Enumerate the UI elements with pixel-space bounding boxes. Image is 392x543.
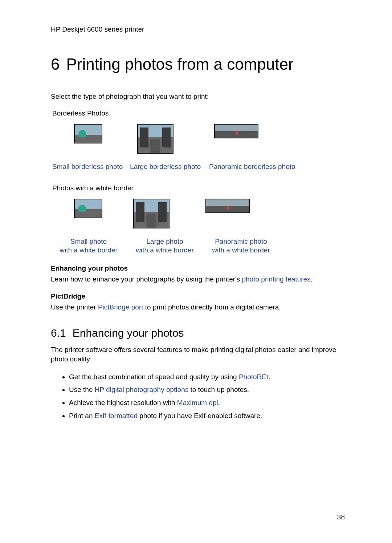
bullet-item: Print an Exif-formatted photo if you hav… [69,411,345,421]
borderless-label: Borderless Photos [52,109,345,117]
thumb-cell [201,199,275,213]
text: Achieve the highest resolution with [69,399,177,406]
feature-bullet-list: Get the best combination of speed and qu… [51,372,345,421]
text: Learn how to enhance your photographs by… [51,275,242,283]
text: . [268,373,270,381]
pictbridge-subheading: PictBridge [51,292,345,300]
thumb-large-whiteborder [133,199,170,228]
bullet-item: Use the HP digital photography options t… [69,385,345,394]
bullet-item: Achieve the highest resolution with Maxi… [69,398,345,408]
running-header: HP Deskjet 6600 series printer [51,25,345,33]
thumb-panoramic-whiteborder [205,199,250,213]
text: photo if you have Exif-enabled software. [138,412,262,420]
thumb-small-whiteborder [74,199,102,218]
pictbridge-paragraph: Use the printer PictBridge port to print… [51,303,345,312]
chapter-title-text: Printing photos from a computer [66,55,293,73]
link-panoramic-whiteborder[interactable]: Panoramic photo with a white border [205,237,277,255]
caption-line2: with a white border [212,246,270,254]
whiteborder-label: Photos with a white border [52,184,345,192]
thumb-cell [52,124,131,143]
thumb-large-borderless [137,124,173,154]
link-photo-printing-features[interactable]: photo printing features [242,275,310,283]
text: Print an [69,412,95,420]
text: Use the [69,386,95,393]
whiteborder-thumb-row [52,199,345,234]
section-6-1-title: 6.1Enhancing your photos [51,327,345,339]
thumb-cell [52,199,127,218]
link-large-borderless[interactable]: Large borderless photo [130,162,209,171]
borderless-caption-row: Small borderless photo Large borderless … [52,162,345,171]
thumb-small-borderless [74,124,102,143]
whiteborder-caption-row: Small photo with a white border Large ph… [52,237,345,255]
page-number: 38 [337,513,345,521]
section-6-1-intro: The printer software offers several feat… [51,345,345,364]
caption-line2: with a white border [136,246,193,254]
caption-line2: with a white border [60,246,117,254]
text: Use the printer [51,303,98,311]
section-title-text: Enhancing your photos [73,327,184,339]
thumb-cell [210,124,304,138]
link-panoramic-borderless[interactable]: Panoramic borderless photo [209,162,303,171]
borderless-thumb-row [52,124,345,159]
link-maximum-dpi[interactable]: Maximum dpi [177,399,218,406]
thumb-panoramic-borderless [214,124,258,138]
section-number: 6.1 [51,327,66,339]
text: . [218,399,220,406]
text: Get the best combination of speed and qu… [69,373,239,381]
page: HP Deskjet 6600 series printer 6Printing… [0,0,392,543]
bullet-item: Get the best combination of speed and qu… [69,372,345,382]
text: . [311,275,313,283]
text: to print photos directly from a digital … [143,303,281,311]
thumb-cell [131,124,210,154]
chapter-number: 6 [51,55,60,74]
link-exif-formatted[interactable]: Exif-formatted [95,412,138,420]
intro-paragraph: Select the type of photograph that you w… [51,92,345,102]
link-large-whiteborder[interactable]: Large photo with a white border [128,237,201,255]
thumb-cell [127,199,201,228]
link-small-whiteborder[interactable]: Small photo with a white border [52,237,125,255]
link-hp-digital-photography-options[interactable]: HP digital photography options [95,386,188,393]
enhancing-paragraph: Learn how to enhance your photographs by… [51,275,345,284]
chapter-title: 6Printing photos from a computer [51,55,345,74]
link-small-borderless[interactable]: Small borderless photo [52,162,130,171]
enhancing-subheading: Enhancing your photos [51,264,345,272]
text: to touch up photos. [188,386,249,393]
caption-line1: Small photo [70,238,107,245]
link-photoret[interactable]: PhotoREt [239,373,268,381]
link-pictbridge-port[interactable]: PictBridge port [98,303,143,311]
caption-line1: Panoramic photo [215,238,267,245]
caption-line1: Large photo [146,238,183,245]
